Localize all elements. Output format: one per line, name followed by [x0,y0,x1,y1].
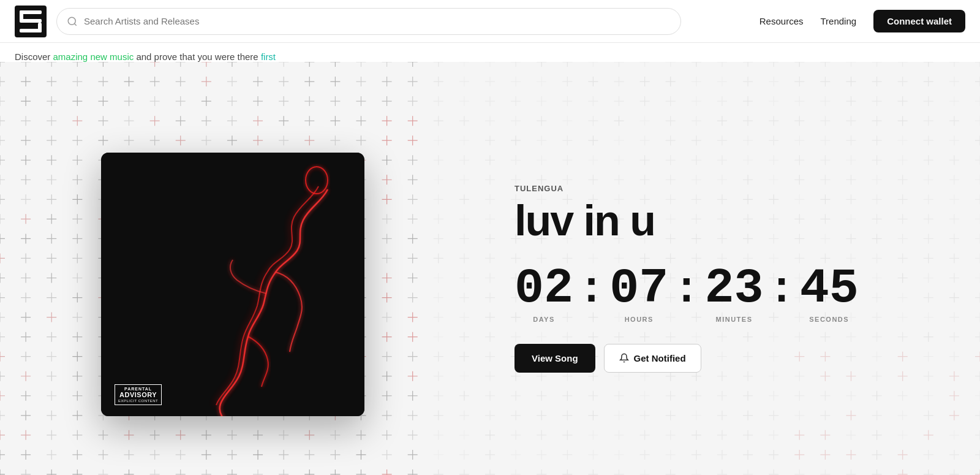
header: Resources Trending Connect wallet [0,0,980,43]
album-section: PARENTAL ADVISORY EXPLICIT CONTENT [0,62,466,475]
search-input[interactable] [84,16,671,26]
view-song-button[interactable]: View Song [514,344,595,373]
svg-line-7 [74,23,76,25]
countdown-hours-label: HOURS [625,316,654,323]
tagline-teal: first [261,51,276,62]
tagline-middle: and prove that you were there [134,51,261,62]
countdown-sep-1: : [578,268,605,312]
countdown-seconds-label: SECONDS [809,316,849,323]
countdown-days-segment: 02 DAYS [514,264,573,323]
artist-name: TULENGUA [514,184,956,193]
svg-rect-8 [101,153,364,416]
countdown-sep-3: : [768,268,794,312]
parental-advisory: PARENTAL ADVISORY EXPLICIT CONTENT [115,384,162,405]
main-content: PARENTAL ADVISORY EXPLICIT CONTENT TULEN… [0,62,980,475]
countdown-minutes-value: 23 [704,264,763,313]
countdown-hours-value: 07 [609,264,668,313]
svg-point-6 [68,17,75,25]
countdown-seconds-segment: 45 SECONDS [800,264,859,323]
countdown-hours-segment: 07 HOURS [609,264,668,323]
tagline: Discover amazing new music and prove tha… [0,43,980,62]
countdown-sep-2: : [673,268,699,312]
countdown: 02 DAYS : 07 HOURS : 23 MINUTES : 45 SEC… [514,264,956,323]
countdown-days-value: 02 [514,264,573,313]
info-section: TULENGUA luv in u 02 DAYS : 07 HOURS : 2… [466,62,980,475]
countdown-seconds-value: 45 [800,264,859,313]
resources-link[interactable]: Resources [760,16,804,26]
svg-rect-5 [20,29,42,32]
song-title: luv in u [514,199,956,242]
search-bar[interactable] [56,8,681,35]
action-buttons: View Song Get Notified [514,344,956,373]
album-art [101,153,364,416]
search-icon [67,16,78,27]
svg-rect-3 [20,19,42,23]
countdown-minutes-label: MINUTES [715,316,752,323]
logo[interactable] [15,6,47,37]
nav-links: Resources Trending Connect wallet [745,10,965,32]
bell-icon [619,353,629,363]
countdown-minutes-segment: 23 MINUTES [704,264,763,323]
trending-link[interactable]: Trending [820,16,856,26]
tagline-prefix: Discover [15,51,53,62]
get-notified-label: Get Notified [634,353,686,363]
tagline-green: amazing new music [53,51,134,62]
album-cover: PARENTAL ADVISORY EXPLICIT CONTENT [101,153,364,416]
connect-wallet-button[interactable]: Connect wallet [873,10,965,32]
get-notified-button[interactable]: Get Notified [604,344,701,373]
countdown-days-label: DAYS [533,316,555,323]
